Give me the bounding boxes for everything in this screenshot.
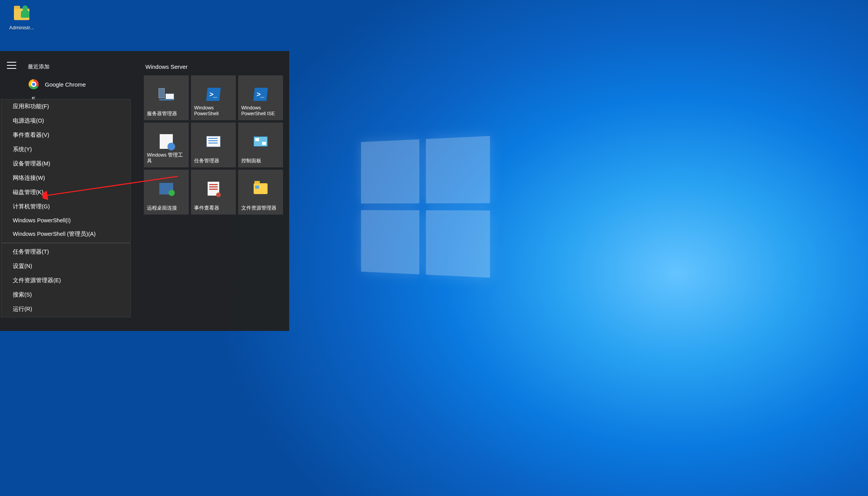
- desktop-icon-label: Administr...: [3, 25, 40, 31]
- winx-run[interactable]: 运行(R): [1, 302, 130, 316]
- winx-menu: 应用和功能(F) 电源选项(O) 事件查看器(V) 系统(Y) 设备管理器(M)…: [1, 99, 131, 317]
- menu-item-label: 运行(R): [13, 306, 32, 312]
- winx-task-manager[interactable]: 任务管理器(T): [1, 245, 130, 259]
- winx-disk-management[interactable]: 磁盘管理(K): [1, 185, 130, 199]
- menu-item-label: 搜索(S): [13, 291, 32, 298]
- menu-item-label: 磁盘管理(K): [13, 189, 43, 195]
- tile-powershell[interactable]: >_ Windows PowerShell: [191, 75, 236, 120]
- tile-label: Windows 管理工具: [147, 152, 186, 164]
- tile-server-manager[interactable]: 服务器管理器: [144, 75, 189, 120]
- menu-item-label: Windows PowerShell (管理员)(A): [13, 231, 95, 237]
- tile-admin-tools[interactable]: Windows 管理工具: [144, 123, 189, 167]
- hamburger-icon[interactable]: [7, 62, 16, 69]
- user-folder-icon: [12, 3, 32, 23]
- menu-item-label: 电源选项(O): [13, 118, 44, 124]
- chrome-icon: [28, 78, 39, 90]
- file-explorer-icon: [252, 180, 269, 197]
- control-panel-icon: [252, 133, 269, 150]
- winx-apps-features[interactable]: 应用和功能(F): [1, 99, 130, 114]
- menu-item-label: 系统(Y): [13, 146, 32, 152]
- menu-item-label: 任务管理器(T): [13, 249, 49, 255]
- menu-item-label: 事件查看器(V): [13, 132, 49, 138]
- task-manager-icon: [205, 133, 222, 150]
- winx-network-connections[interactable]: 网络连接(W): [1, 171, 130, 185]
- windows-logo-wallpaper: [361, 136, 490, 278]
- winx-system[interactable]: 系统(Y): [1, 142, 130, 157]
- menu-item-label: 设置(N): [13, 263, 32, 269]
- tile-event-viewer[interactable]: 事件查看器: [191, 170, 236, 215]
- desktop-background[interactable]: Administr... 最近添加 Google Chrome E Window…: [0, 0, 868, 496]
- menu-item-label: 计算机管理(G): [13, 203, 50, 210]
- desktop-icon-administrator[interactable]: Administr...: [3, 3, 40, 31]
- start-tiles: Windows Server 服务器管理器 >_ Windows PowerSh…: [138, 51, 289, 331]
- server-manager-icon: [158, 86, 175, 103]
- tile-powershell-ise[interactable]: >_ Windows PowerShell ISE: [238, 75, 283, 120]
- winx-search[interactable]: 搜索(S): [1, 288, 130, 302]
- menu-item-label: 应用和功能(F): [13, 103, 49, 109]
- powershell-ise-icon: >_: [252, 86, 269, 103]
- event-viewer-icon: [205, 180, 222, 197]
- app-google-chrome[interactable]: Google Chrome: [22, 76, 138, 93]
- winx-powershell[interactable]: Windows PowerShell(I): [1, 214, 130, 227]
- tile-remote-desktop[interactable]: 远程桌面连接: [144, 170, 189, 215]
- tile-control-panel[interactable]: 控制面板: [238, 123, 283, 167]
- tile-label: Windows PowerShell: [194, 105, 233, 117]
- tile-label: 文件资源管理器: [241, 205, 280, 211]
- menu-item-label: Windows PowerShell(I): [13, 217, 71, 223]
- tile-group-title: Windows Server: [144, 61, 283, 75]
- tile-grid: 服务器管理器 >_ Windows PowerShell >_ Windows …: [144, 75, 283, 215]
- recent-added-header: 最近添加: [22, 61, 138, 76]
- app-label: Google Chrome: [45, 81, 86, 88]
- tile-task-manager[interactable]: 任务管理器: [191, 123, 236, 167]
- menu-item-label: 网络连接(W): [13, 175, 45, 181]
- remote-desktop-icon: [158, 180, 175, 197]
- tile-label: 远程桌面连接: [147, 205, 186, 211]
- tile-file-explorer[interactable]: 文件资源管理器: [238, 170, 283, 215]
- winx-device-manager[interactable]: 设备管理器(M): [1, 157, 130, 171]
- winx-event-viewer[interactable]: 事件查看器(V): [1, 128, 130, 142]
- powershell-icon: >_: [205, 86, 222, 103]
- admin-tools-icon: [158, 133, 175, 150]
- winx-powershell-admin[interactable]: Windows PowerShell (管理员)(A): [1, 227, 130, 241]
- tile-label: Windows PowerShell ISE: [241, 105, 280, 117]
- winx-power-options[interactable]: 电源选项(O): [1, 114, 130, 128]
- winx-settings[interactable]: 设置(N): [1, 259, 130, 273]
- tile-label: 服务器管理器: [147, 111, 186, 117]
- winx-file-explorer[interactable]: 文件资源管理器(E): [1, 273, 130, 288]
- tile-label: 事件查看器: [194, 205, 233, 211]
- tile-label: 控制面板: [241, 158, 280, 164]
- tile-label: 任务管理器: [194, 158, 233, 164]
- menu-item-label: 设备管理器(M): [13, 160, 50, 167]
- menu-divider: [1, 243, 130, 243]
- menu-item-label: 文件资源管理器(E): [13, 277, 61, 283]
- winx-computer-management[interactable]: 计算机管理(G): [1, 199, 130, 214]
